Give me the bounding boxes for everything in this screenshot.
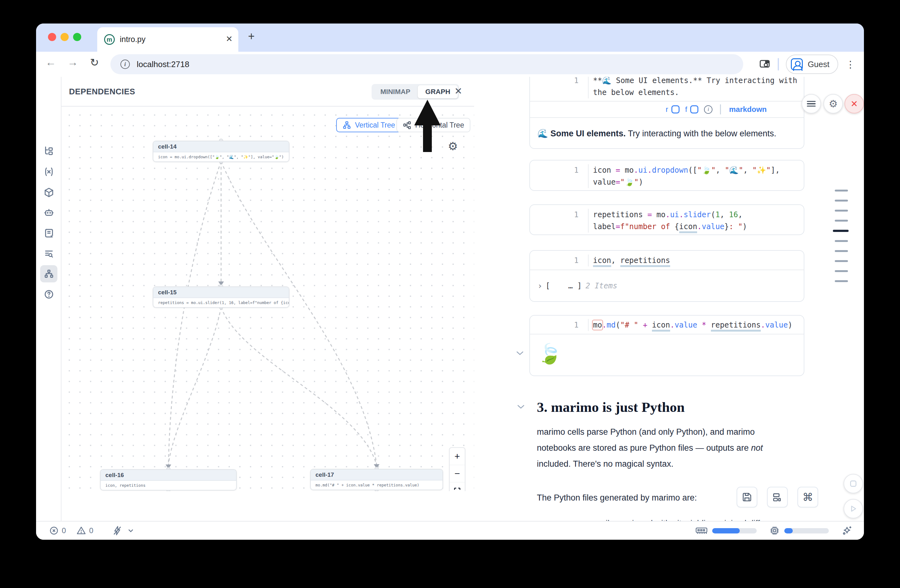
tab-minimap[interactable]: MINIMAP xyxy=(373,85,418,98)
graph-node-cell-16[interactable]: cell-16 icon, repetitions xyxy=(100,469,237,491)
minimap-line[interactable] xyxy=(835,240,848,242)
back-button[interactable]: ← xyxy=(45,56,56,68)
graph-settings-icon[interactable]: ⚙ xyxy=(448,140,458,153)
code-cell-slider[interactable]: 1 repetitions = mo.ui.slider(1, 16, labe… xyxy=(529,204,804,235)
code-cell-dropdown[interactable]: 1 icon = mo.ui.dropdown(["🍃", "🌊", "✨"],… xyxy=(529,160,804,191)
minimap-line[interactable] xyxy=(833,230,849,232)
close-window-button[interactable] xyxy=(48,33,56,41)
browser-tab[interactable]: m intro.py ✕ xyxy=(97,27,238,52)
node-label: cell-17 xyxy=(311,469,442,481)
section-chevron-icon[interactable] xyxy=(516,404,526,410)
list-output[interactable]: › [ … ] 2 Items xyxy=(530,270,804,302)
minimap-line[interactable] xyxy=(835,280,848,282)
minimap-outline[interactable] xyxy=(835,190,853,290)
graph-node-cell-17[interactable]: cell-17 mo.md("# " + icon.value * repeti… xyxy=(310,469,443,490)
markdown-cell[interactable]: 1 **🌊 Some UI elements.** Try interactin… xyxy=(529,77,804,149)
horizontal-tree-button[interactable]: Horizontal Tree xyxy=(396,118,470,132)
code-line: value="🍃") xyxy=(589,176,643,188)
url-bar[interactable]: i localhost:2718 xyxy=(110,54,743,74)
ai-sparkle-icon[interactable] xyxy=(841,525,853,536)
section-paragraph: marimo cells parse Python (and only Pyth… xyxy=(537,424,788,472)
line-number: 1 xyxy=(530,254,588,266)
package-icon xyxy=(44,187,54,198)
node-code: repetitions = mo.ui.slider(1, 16, label=… xyxy=(154,298,289,307)
chevron-down-icon[interactable] xyxy=(127,526,135,535)
sidebar-item-dependency-graph[interactable] xyxy=(40,265,57,282)
minimap-line[interactable] xyxy=(835,190,848,192)
tab-close-icon[interactable]: ✕ xyxy=(226,34,233,44)
dependency-graph-icon xyxy=(44,269,54,279)
cpu-icon xyxy=(769,525,780,536)
minimap-line[interactable] xyxy=(835,270,848,272)
tab-graph[interactable]: GRAPH xyxy=(418,85,458,98)
node-code: mo.md("# " + icon.value * repetitions.va… xyxy=(311,481,442,490)
profile-button[interactable]: Guest xyxy=(786,54,838,74)
sidebar-item-variables[interactable] xyxy=(40,163,57,180)
toggle-f-checkbox[interactable] xyxy=(690,105,698,113)
sidebar-item-ai-assistant[interactable] xyxy=(40,204,57,221)
sidebar-item-file-tree[interactable] xyxy=(40,142,57,159)
sidebar-item-snippets[interactable] xyxy=(40,245,57,262)
toggle-f-label: f xyxy=(685,105,687,114)
code-cell-tuple[interactable]: 1 icon, repetitions › [ … ] 2 Items xyxy=(529,250,804,302)
minimap-line[interactable] xyxy=(835,260,848,262)
forward-button[interactable]: → xyxy=(67,56,78,68)
site-info-icon[interactable]: i xyxy=(120,60,130,69)
graph-node-cell-14[interactable]: cell-14 icon = mo.ui.dropdown(["🍃", "🌊",… xyxy=(153,141,289,162)
run-all-button[interactable] xyxy=(844,499,863,518)
save-icon xyxy=(742,492,752,502)
vertical-tree-button[interactable]: Vertical Tree xyxy=(336,118,401,132)
notebook-area: 1 **🌊 Some UI elements.** Try interactin… xyxy=(474,77,864,521)
sidebar-item-logs[interactable] xyxy=(40,224,57,241)
warnings-icon[interactable] xyxy=(76,526,86,535)
graph-node-cell-15[interactable]: cell-15 repetitions = mo.ui.slider(1, 16… xyxy=(153,286,289,308)
line-number: 1 xyxy=(530,77,588,87)
errors-count: 0 xyxy=(62,526,66,535)
stop-icon xyxy=(849,480,857,488)
reload-button[interactable]: ↻ xyxy=(90,56,99,69)
language-label[interactable]: markdown xyxy=(729,105,767,114)
code-cell-momd[interactable]: 1 mo.md("# " + icon.value * repetitions.… xyxy=(529,315,804,376)
autorun-disabled-icon[interactable] xyxy=(112,526,122,535)
minimap-line[interactable] xyxy=(835,210,848,212)
code-line: mo.md("# " + icon.value * repetitions.va… xyxy=(589,319,793,331)
expand-chevron-icon[interactable]: › xyxy=(537,281,543,291)
search-tabs-icon[interactable] xyxy=(759,59,771,70)
new-tab-button[interactable]: + xyxy=(248,30,254,43)
layout-toggle-button[interactable] xyxy=(767,487,788,508)
divider xyxy=(720,104,721,115)
minimap-line[interactable] xyxy=(835,250,848,252)
collapse-chevron-icon[interactable] xyxy=(515,350,524,356)
errors-icon[interactable] xyxy=(49,526,59,535)
file-tree-icon xyxy=(44,146,54,156)
list-search-icon xyxy=(44,249,54,258)
robot-icon xyxy=(44,208,54,218)
stop-kernel-button[interactable] xyxy=(844,474,863,494)
save-button[interactable] xyxy=(737,487,757,508)
graph-canvas[interactable]: Vertical Tree Horizontal Tree ⚙ cell-14 … xyxy=(62,107,474,491)
node-label: cell-15 xyxy=(154,287,289,298)
vertical-tree-icon xyxy=(343,121,351,130)
emoji-output: 🍃 xyxy=(530,334,804,365)
panel-close-icon[interactable]: ✕ xyxy=(455,85,462,96)
sidebar-item-packages[interactable] xyxy=(40,184,57,201)
toggle-r-checkbox[interactable] xyxy=(671,105,680,113)
minimize-window-button[interactable] xyxy=(61,33,69,41)
zoom-in-button[interactable]: + xyxy=(450,448,465,465)
minimap-line[interactable] xyxy=(835,220,848,221)
sidebar-item-help[interactable] xyxy=(40,286,57,303)
markdown-toolbar: r f i markdown xyxy=(530,102,804,117)
minimap-line[interactable] xyxy=(835,200,848,201)
fit-view-button[interactable] xyxy=(450,482,465,491)
fullscreen-window-button[interactable] xyxy=(73,33,81,41)
markdown-info-icon[interactable]: i xyxy=(704,105,712,114)
section-heading: 3. marimo is just Python xyxy=(537,399,684,415)
profile-name: Guest xyxy=(808,60,829,69)
browser-menu-icon[interactable]: ⋮ xyxy=(846,59,855,70)
zoom-out-button[interactable]: − xyxy=(450,465,465,482)
notebook-menu-button[interactable] xyxy=(802,94,821,113)
shutdown-button[interactable]: ✕ xyxy=(844,94,864,113)
keyboard-shortcuts-button[interactable]: ⌘ xyxy=(798,487,818,508)
notebook-settings-button[interactable]: ⚙ xyxy=(824,94,843,113)
menu-lines-icon xyxy=(807,100,816,108)
